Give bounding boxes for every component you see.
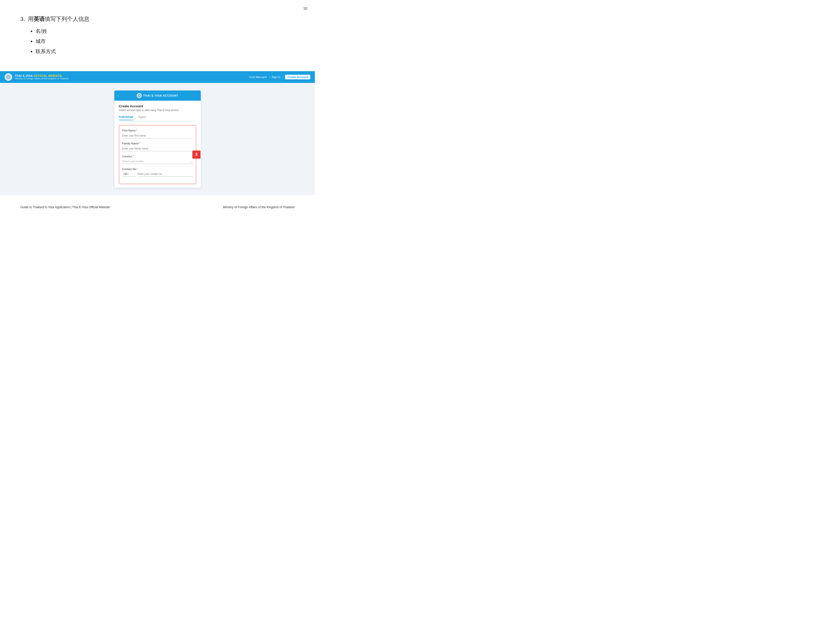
family-name-label: Family Name * bbox=[122, 142, 193, 145]
step3-text: 用英语填写下列个人信息 bbox=[28, 15, 90, 23]
first-name-required: * bbox=[136, 129, 137, 132]
nav-left: THAI E-VISA OFFICIAL WEBSITE Ministry of… bbox=[5, 73, 68, 81]
contact-field: Contact No * +66 ▾ bbox=[122, 167, 193, 177]
nav-divider-2: | bbox=[282, 76, 283, 79]
form-body: Create Account Select account type to st… bbox=[114, 101, 201, 188]
bullet-item-1: 名/姓 bbox=[35, 27, 294, 35]
contact-required: * bbox=[137, 167, 138, 171]
form-card: ‹ THAI E-VISA ACCOUNT Create Account Sel… bbox=[114, 90, 201, 188]
svg-point-1 bbox=[7, 76, 10, 78]
step3-heading: 3. 用英语填写下列个人信息 bbox=[20, 15, 294, 23]
country-field: Country * Select your country ⌄ bbox=[122, 155, 193, 164]
nav-user-manual[interactable]: User Manual ▾ bbox=[249, 76, 267, 79]
nav-create-account[interactable]: Create Account bbox=[285, 75, 310, 79]
chevron-down-icon: ▾ bbox=[265, 76, 267, 79]
bullet-item-2: 城市 bbox=[35, 38, 294, 45]
contact-prefix-selector[interactable]: +66 ▾ bbox=[122, 172, 136, 177]
bullet-list: 名/姓 城市 联系方式 bbox=[20, 27, 294, 55]
form-create-title: Create Account bbox=[119, 104, 196, 108]
country-select[interactable]: Select your country bbox=[122, 159, 193, 164]
form-fields-section: First Name * Family Name * Cou bbox=[119, 125, 196, 184]
country-select-wrapper: Select your country ⌄ bbox=[122, 159, 193, 164]
nav-divider-1: | bbox=[269, 76, 270, 79]
bullet-item-3: 联系方式 bbox=[35, 48, 294, 55]
nav-title-bottom: Ministry of Foreign Affairs of the Kingd… bbox=[15, 77, 68, 80]
country-label: Country * bbox=[122, 155, 193, 158]
nav-logo bbox=[5, 73, 12, 81]
navbar: THAI E-VISA OFFICIAL WEBSITE Ministry of… bbox=[0, 71, 315, 83]
main-content: 3. 用英语填写下列个人信息 名/姓 城市 联系方式 bbox=[0, 0, 315, 71]
contact-label: Contact No * bbox=[122, 167, 193, 171]
step3-number: 3. bbox=[20, 16, 25, 23]
page-number: 10 bbox=[303, 6, 307, 10]
nav-title-top: THAI E-VISA OFFICIAL WEBSITE bbox=[15, 74, 68, 77]
step-badge-3: 3 bbox=[192, 151, 201, 159]
contact-row: +66 ▾ bbox=[122, 172, 193, 177]
step3-bold: 英语 bbox=[34, 16, 45, 22]
nav-title-block: THAI E-VISA OFFICIAL WEBSITE Ministry of… bbox=[15, 74, 68, 80]
footer-left: Guide to Thailand E-Visa Application | T… bbox=[20, 205, 110, 209]
svg-point-3 bbox=[138, 95, 140, 97]
footer-right: Ministry of Foreign Affairs of the Kingd… bbox=[223, 205, 294, 209]
form-header: ‹ THAI E-VISA ACCOUNT bbox=[114, 90, 201, 101]
country-required: * bbox=[132, 155, 133, 158]
svg-point-2 bbox=[138, 94, 141, 97]
family-name-input[interactable] bbox=[122, 146, 193, 151]
first-name-label: First Name * bbox=[122, 129, 193, 132]
family-name-required: * bbox=[139, 142, 140, 145]
form-tabs: Individual Agent bbox=[119, 115, 196, 122]
form-create-subtitle: Select account type to start using Thai … bbox=[119, 109, 196, 112]
page-footer: Guide to Thailand E-Visa Application | T… bbox=[0, 200, 315, 214]
form-header-title: THAI E-VISA ACCOUNT bbox=[143, 94, 178, 97]
svg-point-0 bbox=[6, 75, 10, 79]
family-name-field: Family Name * bbox=[122, 142, 193, 151]
nav-right: User Manual ▾ | Sign In | Create Account bbox=[249, 75, 310, 79]
back-button[interactable]: ‹ bbox=[117, 93, 119, 98]
prefix-chevron-icon: ▾ bbox=[128, 173, 129, 175]
tab-individual[interactable]: Individual bbox=[119, 115, 133, 120]
nav-sign-in[interactable]: Sign In bbox=[272, 76, 280, 79]
first-name-field: First Name * bbox=[122, 129, 193, 138]
form-logo bbox=[137, 93, 142, 98]
screenshot-container: ‹ THAI E-VISA ACCOUNT Create Account Sel… bbox=[0, 83, 315, 195]
tab-agent[interactable]: Agent bbox=[138, 115, 146, 120]
contact-input[interactable] bbox=[138, 172, 193, 177]
first-name-input[interactable] bbox=[122, 133, 193, 138]
